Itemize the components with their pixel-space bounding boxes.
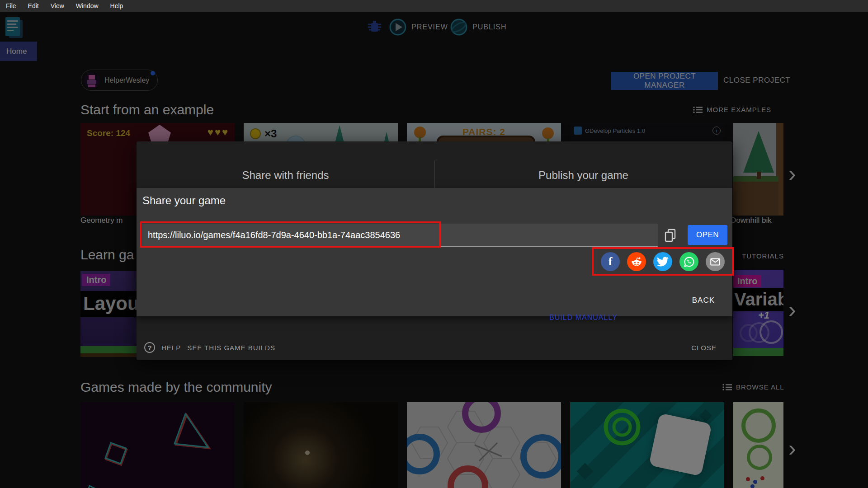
- tab-divider: [434, 160, 435, 188]
- back-button[interactable]: BACK: [689, 296, 717, 305]
- share-panel-title: Share your game: [142, 194, 226, 207]
- see-game-builds-button[interactable]: SEE THIS GAME BUILDS: [187, 344, 275, 352]
- tab-publish-your-game[interactable]: Publish your game: [434, 141, 732, 188]
- menu-help[interactable]: Help: [104, 0, 129, 12]
- tab-share-with-friends[interactable]: Share with friends: [137, 141, 434, 188]
- copy-icon: [664, 228, 677, 243]
- menu-bar: File Edit View Window Help: [0, 0, 868, 12]
- url-highlight-annotation: [140, 221, 441, 248]
- open-game-button[interactable]: OPEN: [688, 225, 727, 245]
- help-icon[interactable]: ?: [144, 342, 155, 353]
- build-manually-link[interactable]: BUILD MANUALLY: [434, 314, 732, 322]
- dialog-footer: ? HELP SEE THIS GAME BUILDS: [144, 341, 275, 354]
- social-icons-highlight-annotation: [592, 247, 734, 276]
- menu-view[interactable]: View: [45, 0, 70, 12]
- menu-edit[interactable]: Edit: [22, 0, 45, 12]
- help-button[interactable]: HELP: [161, 344, 181, 352]
- menu-window[interactable]: Window: [70, 0, 104, 12]
- close-dialog-button[interactable]: CLOSE: [689, 343, 719, 352]
- menu-file[interactable]: File: [0, 0, 22, 12]
- copy-url-button[interactable]: [661, 226, 680, 245]
- app-window: File Edit View Window Help PREVIEW: [0, 0, 868, 488]
